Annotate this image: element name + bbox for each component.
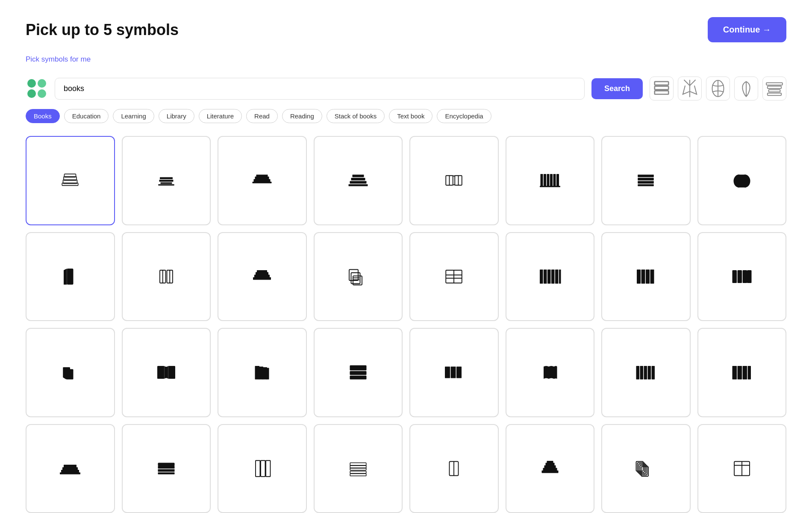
preview-icon-5[interactable] bbox=[762, 77, 786, 100]
svg-rect-90 bbox=[255, 366, 260, 380]
pick-symbols-link[interactable]: Pick symbols for me bbox=[26, 55, 91, 64]
svg-rect-36 bbox=[547, 174, 549, 187]
svg-rect-67 bbox=[540, 269, 543, 283]
icon-cell-6[interactable] bbox=[506, 136, 595, 225]
preview-icon-4[interactable] bbox=[734, 77, 758, 100]
icon-cell-9[interactable] bbox=[26, 232, 115, 321]
icon-cell-25[interactable] bbox=[26, 424, 115, 513]
icon-cell-31[interactable] bbox=[601, 424, 691, 513]
icon-cell-7[interactable] bbox=[601, 136, 691, 225]
svg-rect-78 bbox=[737, 270, 742, 283]
icon-cell-8[interactable] bbox=[697, 136, 787, 225]
icon-cell-10[interactable] bbox=[122, 232, 211, 321]
preview-icon-3[interactable] bbox=[706, 77, 730, 100]
icon-cell-28[interactable] bbox=[314, 424, 403, 513]
svg-rect-88 bbox=[157, 366, 165, 379]
icon-cell-18[interactable] bbox=[122, 328, 211, 417]
icon-cell-17[interactable] bbox=[26, 328, 115, 417]
svg-rect-44 bbox=[638, 184, 654, 186]
svg-rect-42 bbox=[638, 178, 654, 180]
icon-cell-23[interactable] bbox=[601, 328, 691, 417]
icon-cell-27[interactable] bbox=[218, 424, 307, 513]
svg-rect-126 bbox=[261, 460, 265, 477]
icon-cell-16[interactable] bbox=[697, 232, 787, 321]
svg-rect-89 bbox=[168, 366, 175, 379]
icon-cell-19[interactable] bbox=[218, 328, 307, 417]
icon-cell-1[interactable] bbox=[26, 136, 115, 225]
svg-rect-135 bbox=[541, 470, 558, 473]
icon-cell-2[interactable] bbox=[122, 136, 211, 225]
tag-learning[interactable]: Learning bbox=[113, 109, 154, 123]
svg-rect-58 bbox=[349, 269, 358, 280]
icon-cell-4[interactable] bbox=[314, 136, 403, 225]
svg-rect-92 bbox=[263, 367, 268, 380]
tag-books[interactable]: Books bbox=[26, 109, 60, 123]
svg-rect-20 bbox=[160, 183, 172, 184]
tag-reading[interactable]: Reading bbox=[282, 109, 322, 123]
svg-rect-76 bbox=[650, 269, 654, 283]
logo-dots bbox=[26, 77, 48, 100]
dot4 bbox=[38, 89, 46, 98]
svg-rect-108 bbox=[648, 366, 651, 380]
tag-text-book[interactable]: Text book bbox=[389, 109, 432, 123]
svg-rect-101 bbox=[456, 367, 462, 378]
icon-cell-15[interactable] bbox=[601, 232, 691, 321]
svg-rect-38 bbox=[553, 174, 556, 187]
svg-rect-72 bbox=[559, 269, 561, 283]
svg-rect-99 bbox=[445, 367, 450, 378]
svg-rect-47 bbox=[737, 175, 746, 188]
svg-rect-73 bbox=[637, 269, 641, 283]
svg-rect-10 bbox=[768, 86, 781, 88]
svg-rect-18 bbox=[160, 177, 173, 180]
svg-rect-74 bbox=[641, 269, 645, 283]
preview-icon-2[interactable] bbox=[678, 77, 702, 100]
tag-library[interactable]: Library bbox=[159, 109, 194, 123]
svg-line-5 bbox=[690, 80, 696, 86]
svg-rect-41 bbox=[638, 175, 654, 177]
svg-rect-21 bbox=[158, 184, 174, 186]
svg-rect-122 bbox=[158, 469, 174, 472]
icon-cell-30[interactable] bbox=[506, 424, 595, 513]
svg-rect-105 bbox=[636, 366, 640, 380]
preview-icon-1[interactable] bbox=[650, 77, 674, 100]
icon-cell-20[interactable] bbox=[314, 328, 403, 417]
svg-rect-26 bbox=[352, 175, 364, 177]
tag-literature[interactable]: Literature bbox=[199, 109, 242, 123]
icon-cell-26[interactable] bbox=[122, 424, 211, 513]
icon-cell-12[interactable] bbox=[314, 232, 403, 321]
icon-cell-24[interactable] bbox=[697, 328, 787, 417]
svg-rect-57 bbox=[257, 270, 267, 273]
icon-cell-11[interactable] bbox=[218, 232, 307, 321]
icon-cell-29[interactable] bbox=[409, 424, 499, 513]
search-button[interactable]: Search bbox=[591, 78, 643, 99]
svg-line-4 bbox=[684, 80, 690, 86]
tag-read[interactable]: Read bbox=[246, 109, 278, 123]
svg-rect-95 bbox=[350, 371, 366, 375]
tag-stack-of-books[interactable]: Stack of books bbox=[327, 109, 385, 123]
icon-cell-22[interactable] bbox=[506, 328, 595, 417]
icon-cell-3[interactable] bbox=[218, 136, 307, 225]
svg-rect-27 bbox=[351, 178, 365, 180]
icon-cell-5[interactable] bbox=[409, 136, 499, 225]
svg-rect-100 bbox=[451, 367, 456, 378]
tags-row: BooksEducationLearningLibraryLiteratureR… bbox=[26, 109, 786, 123]
svg-rect-71 bbox=[555, 269, 559, 283]
icon-cell-14[interactable] bbox=[506, 232, 595, 321]
icons-grid bbox=[26, 136, 786, 513]
svg-rect-29 bbox=[348, 184, 368, 186]
svg-rect-119 bbox=[64, 465, 76, 468]
svg-rect-93 bbox=[267, 368, 269, 380]
svg-rect-75 bbox=[646, 269, 650, 283]
svg-rect-39 bbox=[556, 174, 559, 187]
search-input[interactable] bbox=[55, 78, 585, 100]
tag-encyclopedia[interactable]: Encyclopedia bbox=[437, 109, 491, 123]
dot3 bbox=[27, 89, 36, 98]
tag-education[interactable]: Education bbox=[64, 109, 109, 123]
svg-rect-25 bbox=[256, 175, 268, 177]
icon-cell-13[interactable] bbox=[409, 232, 499, 321]
icon-cell-21[interactable] bbox=[409, 328, 499, 417]
svg-rect-2 bbox=[655, 91, 668, 94]
continue-button[interactable]: Continue → bbox=[708, 17, 786, 42]
icon-cell-32[interactable] bbox=[697, 424, 787, 513]
svg-rect-77 bbox=[732, 270, 737, 283]
